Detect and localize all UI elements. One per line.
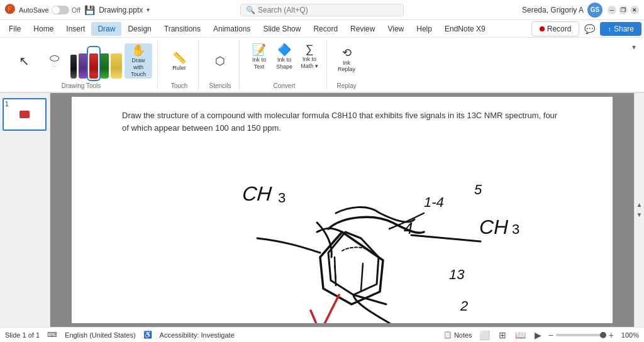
- svg-text:CH: CH: [479, 216, 509, 238]
- ribbon-group-replay: ⟲ Ink Replay Replay: [330, 40, 364, 89]
- ribbon-group-stencils: ⬡ Stencils: [201, 40, 240, 89]
- slide-content: Draw the structure of a compound with mo…: [72, 97, 613, 323]
- expand-icon: ▾: [632, 43, 636, 52]
- search-input[interactable]: [258, 6, 396, 14]
- right-panel: ▲ ▼: [634, 93, 644, 327]
- scroll-up-button[interactable]: ▲: [636, 201, 643, 209]
- record-label: Record: [547, 25, 572, 33]
- ink-replay-button[interactable]: ⟲ Ink Replay: [335, 43, 358, 79]
- select-tool-button[interactable]: ↖: [10, 43, 38, 79]
- language-label[interactable]: English (United States): [65, 331, 136, 339]
- pen-green-button[interactable]: [100, 48, 109, 79]
- ink-to-text-button[interactable]: 📝 Ink to Text: [247, 40, 271, 75]
- scroll-down-button[interactable]: ▼: [636, 211, 643, 219]
- ribbon-drawing-tools: ↖ ⬭ ···: [10, 40, 152, 81]
- menu-animations[interactable]: Animations: [207, 22, 257, 36]
- stencils-button[interactable]: ⬡: [206, 43, 234, 79]
- window-controls: ─ ❐ ✕: [608, 6, 639, 14]
- language-icon: ⌨: [47, 331, 57, 339]
- slide-thumbnail-1[interactable]: 1: [3, 98, 47, 131]
- ribbon-expand-button[interactable]: ▾: [629, 40, 639, 89]
- autosave-toggle[interactable]: [52, 6, 69, 14]
- pen-red-button[interactable]: [89, 48, 98, 79]
- ruler-button[interactable]: 📏 Ruler: [165, 43, 193, 79]
- user-area: Sereda, Grigoriy A GS: [522, 3, 602, 18]
- zoom-level[interactable]: 100%: [616, 331, 639, 339]
- replay-label: Replay: [336, 81, 356, 89]
- dropdown-icon[interactable]: ▾: [147, 6, 150, 13]
- menu-help[interactable]: Help: [410, 22, 438, 36]
- ink-to-shape-icon: 🔷: [277, 43, 291, 57]
- draw-with-touch-button[interactable]: ✋ Draw with Touch: [125, 43, 152, 79]
- ink-to-shape-button[interactable]: 🔷 Ink to Shape: [272, 40, 296, 75]
- pen-red-icon: [89, 53, 98, 79]
- pen-yellow-button[interactable]: [111, 48, 122, 79]
- pen-purple-button[interactable]: [79, 48, 87, 79]
- menu-record[interactable]: Record: [307, 22, 344, 36]
- record-button[interactable]: Record: [531, 21, 580, 36]
- svg-text:3: 3: [512, 221, 519, 237]
- svg-text:1-4: 1-4: [424, 194, 444, 210]
- zoom-in-button[interactable]: +: [609, 330, 614, 340]
- ribbon-touch-tools: 📏 Ruler: [165, 40, 193, 81]
- share-button[interactable]: ↑ Share: [600, 22, 641, 36]
- ribbon-group-touch: 📏 Ruler Touch: [160, 40, 199, 89]
- menu-design[interactable]: Design: [121, 22, 157, 36]
- svg-text:2: 2: [460, 298, 468, 314]
- menu-draw[interactable]: Draw: [91, 22, 121, 36]
- menu-home[interactable]: Home: [27, 22, 60, 36]
- slideshow-button[interactable]: ▶: [533, 330, 543, 340]
- avatar[interactable]: GS: [587, 3, 602, 18]
- slide-sorter-icon: ⊞: [497, 330, 508, 340]
- share-label: Share: [614, 25, 634, 33]
- accessibility-label[interactable]: Accessibility: Investigate: [160, 331, 235, 339]
- menu-endnote[interactable]: EndNote X9: [438, 22, 492, 36]
- svg-text:3: 3: [278, 190, 286, 206]
- accessibility-icon: ♿: [143, 331, 152, 339]
- touch-label: Touch: [171, 81, 188, 89]
- menu-insert[interactable]: Insert: [60, 22, 91, 36]
- app-logo-icon: 🅟: [5, 4, 15, 16]
- notes-button[interactable]: 📋 Notes: [443, 331, 472, 339]
- menu-transitions[interactable]: Transitions: [158, 22, 207, 36]
- autosave-label: AutoSave: [19, 6, 49, 14]
- zoom-out-button[interactable]: −: [548, 330, 553, 340]
- ribbon-replay-tools: ⟲ Ink Replay: [335, 40, 358, 81]
- ink-to-math-button[interactable]: ∑ Ink to Math ▾: [297, 40, 321, 75]
- normal-view-icon: ⬜: [477, 330, 492, 340]
- zoom-slider[interactable]: [556, 334, 606, 336]
- ink-to-shape-label: Ink to Shape: [274, 57, 295, 70]
- slide-area[interactable]: Draw the structure of a compound with mo…: [50, 93, 634, 327]
- menu-bar: File Home Insert Draw Design Transitions…: [0, 20, 644, 38]
- lasso-tool-button[interactable]: ⬭ ···: [40, 43, 68, 79]
- slide-sorter-button[interactable]: ⊞: [497, 330, 508, 340]
- menu-file[interactable]: File: [3, 22, 27, 36]
- menu-slideshow[interactable]: Slide Show: [257, 22, 307, 36]
- menu-view[interactable]: View: [381, 22, 410, 36]
- save-icon[interactable]: 💾: [84, 5, 95, 15]
- reading-view-icon: 📖: [513, 330, 528, 340]
- status-left: Slide 1 of 1 ⌨ English (United States) ♿…: [5, 331, 235, 339]
- normal-view-button[interactable]: ⬜: [477, 330, 492, 340]
- slide-canvas: Draw the structure of a compound with mo…: [72, 97, 613, 323]
- share-icon: ↑: [608, 25, 611, 33]
- convert-tools: 📝 Ink to Text 🔷 Ink to Shape ∑ Ink to Ma…: [247, 40, 321, 75]
- ink-to-text-label: Ink to Text: [248, 57, 270, 70]
- zoom-control: − + 100%: [548, 330, 639, 340]
- drawing-tools-label: Drawing Tools: [62, 81, 101, 89]
- menu-review[interactable]: Review: [344, 22, 381, 36]
- ruler-icon: 📏: [172, 51, 186, 65]
- drawing-svg: CH 3 1-4 5: [72, 97, 613, 323]
- search-area: 🔍: [240, 4, 404, 16]
- pen-tools-group: [70, 43, 122, 79]
- zoom-slider-thumb[interactable]: [600, 332, 606, 338]
- slideshow-icon: ▶: [533, 330, 543, 340]
- comment-icon[interactable]: 💬: [584, 24, 595, 34]
- reading-view-button[interactable]: 📖: [513, 330, 528, 340]
- pen-black-button[interactable]: [70, 48, 77, 79]
- close-button[interactable]: ✕: [630, 6, 639, 14]
- restore-button[interactable]: ❐: [619, 6, 628, 14]
- minimize-button[interactable]: ─: [608, 6, 616, 14]
- draw-with-touch-label: Draw with Touch: [127, 57, 150, 77]
- status-bar: Slide 1 of 1 ⌨ English (United States) ♿…: [0, 327, 644, 342]
